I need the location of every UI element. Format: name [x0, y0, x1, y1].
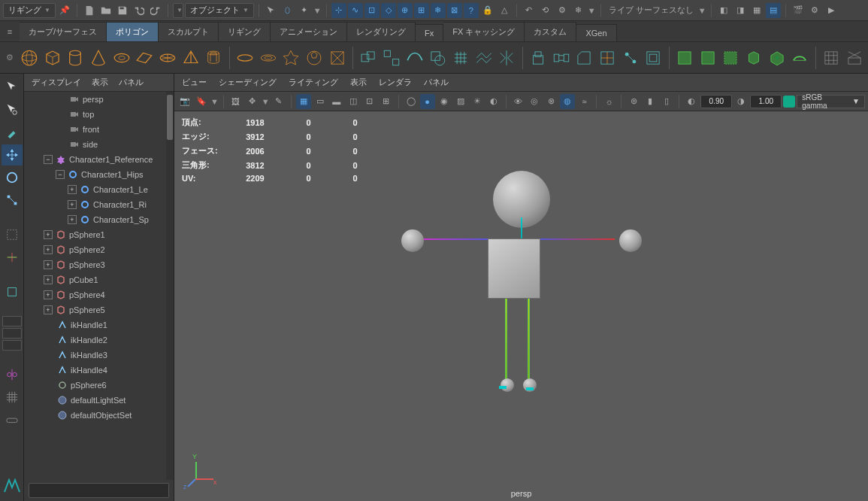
- outliner-cam-front[interactable]: front: [24, 122, 166, 137]
- snap-curve-icon[interactable]: ∿: [348, 3, 363, 18]
- vp-menu-panel[interactable]: パネル: [424, 77, 449, 88]
- vp-film-gate-icon[interactable]: ▭: [313, 94, 328, 109]
- shelf-tab-9[interactable]: XGen: [576, 24, 616, 41]
- sculpt-6-icon[interactable]: [789, 45, 811, 71]
- vp-near-clip-value[interactable]: 0.90: [700, 95, 732, 108]
- outliner-item-7[interactable]: ikHandle2: [24, 332, 166, 348]
- outliner-sp[interactable]: +Character1_Sp: [24, 212, 166, 227]
- vp-gate-mask-icon[interactable]: ▬: [329, 94, 344, 109]
- remesh-icon[interactable]: [473, 45, 494, 71]
- vp-xray-icon[interactable]: ◎: [528, 94, 543, 109]
- snap-center-icon[interactable]: ⊕: [398, 3, 413, 18]
- outliner-le[interactable]: +Character1_Le: [24, 182, 166, 197]
- paint-tool[interactable]: [2, 122, 23, 143]
- save-icon[interactable]: [115, 3, 130, 18]
- expander-icon[interactable]: +: [44, 275, 53, 284]
- expander-icon[interactable]: +: [44, 305, 53, 314]
- outliner-item-0[interactable]: +pSphere1: [24, 227, 166, 242]
- history-icon[interactable]: ↶: [522, 3, 537, 18]
- select-tool[interactable]: [2, 77, 23, 98]
- outliner-menu-show[interactable]: 表示: [92, 77, 108, 88]
- vp-wireframe-icon[interactable]: ◯: [404, 94, 419, 109]
- shelf-tab-8[interactable]: カスタム: [525, 22, 576, 41]
- outliner-hips[interactable]: −Character1_Hips: [24, 167, 166, 182]
- vp-2d-pan-icon[interactable]: ✥: [245, 94, 260, 109]
- shelf-tab-1[interactable]: ポリゴン: [107, 22, 159, 41]
- reduce-icon[interactable]: [450, 45, 472, 71]
- shelf-tab-3[interactable]: リギング: [219, 22, 271, 41]
- redo-icon[interactable]: [148, 3, 163, 18]
- outliner-filter-input[interactable]: [29, 483, 169, 498]
- vp-menu-shading[interactable]: シェーディング: [219, 77, 277, 88]
- expander-icon[interactable]: −: [44, 155, 53, 164]
- last-tool[interactable]: [2, 224, 23, 245]
- snap-tool[interactable]: [2, 281, 23, 302]
- render-icon[interactable]: 🎬: [791, 3, 806, 18]
- poly-disc-icon[interactable]: [157, 45, 179, 71]
- outliner-scrollbar[interactable]: [166, 92, 174, 480]
- snap-grid-icon[interactable]: ⊹: [331, 3, 346, 18]
- mirror-icon[interactable]: [496, 45, 518, 71]
- layout-2-icon[interactable]: ◨: [733, 3, 748, 18]
- outliner-menu-display[interactable]: ディスプレイ: [32, 77, 81, 88]
- snap-view-icon[interactable]: ⊞: [414, 3, 429, 18]
- vp-wire-shaded-icon[interactable]: ◉: [437, 94, 452, 109]
- move-tool[interactable]: [2, 144, 23, 165]
- show-manip-tool[interactable]: [2, 247, 23, 268]
- vp-shadows-icon[interactable]: ◐: [486, 94, 501, 109]
- vp-dof-icon[interactable]: ⊚: [626, 94, 641, 109]
- sculpt-4-icon[interactable]: [743, 45, 765, 71]
- outliner-item-12[interactable]: defaultObjectSet: [24, 408, 166, 423]
- shelf-tab-7[interactable]: FX キャッシング: [443, 22, 525, 41]
- outliner-item-9[interactable]: ikHandle4: [24, 363, 166, 378]
- scale-tool[interactable]: [2, 190, 23, 211]
- vp-menu-show[interactable]: 表示: [350, 77, 367, 88]
- expander-icon[interactable]: +: [68, 200, 77, 209]
- soccer-icon[interactable]: [304, 45, 325, 71]
- sculpt-1-icon[interactable]: [674, 45, 696, 71]
- bevel-icon[interactable]: [573, 45, 595, 71]
- vp-res-gate-icon[interactable]: ◫: [346, 94, 361, 109]
- outliner-item-6[interactable]: ikHandle1: [24, 317, 166, 332]
- snap-point-icon[interactable]: ⊡: [364, 3, 380, 18]
- vp-textured-icon[interactable]: ▨: [453, 94, 468, 109]
- separate-icon[interactable]: [381, 45, 403, 71]
- ipr-icon[interactable]: ▶: [824, 3, 839, 18]
- outliner-cam-persp[interactable]: persp: [24, 92, 166, 107]
- svg-icon[interactable]: [257, 45, 279, 71]
- outliner-item-1[interactable]: +pSphere2: [24, 242, 166, 257]
- soft-select-tool[interactable]: [2, 409, 23, 430]
- vp-ssao-icon[interactable]: ▮: [643, 94, 658, 109]
- select-tool-icon[interactable]: [264, 3, 279, 18]
- snap-plane-icon[interactable]: ◇: [381, 3, 396, 18]
- expander-icon[interactable]: −: [56, 170, 65, 179]
- outliner-item-11[interactable]: defaultLightSet: [24, 393, 166, 408]
- expander-icon[interactable]: +: [68, 185, 77, 194]
- poly-plane-icon[interactable]: [134, 45, 156, 71]
- poly-cube-icon[interactable]: [41, 45, 63, 71]
- outliner-item-10[interactable]: pSphere6: [24, 378, 166, 393]
- poly-cone-icon[interactable]: [88, 45, 110, 71]
- shelf-menu-icon[interactable]: ≡: [0, 21, 20, 41]
- render-settings-icon[interactable]: ⚙: [807, 3, 822, 18]
- outliner-item-5[interactable]: +pSphere5: [24, 302, 166, 317]
- expander-icon[interactable]: +: [44, 245, 53, 254]
- freeze-icon[interactable]: ❄: [571, 3, 586, 18]
- super-shape-icon[interactable]: [280, 45, 302, 71]
- vp-colorspace-dropdown[interactable]: sRGB gamma▼: [797, 95, 865, 108]
- vp-grease-icon[interactable]: ✎: [271, 94, 286, 109]
- outliner-item-8[interactable]: ikHandle3: [24, 348, 166, 363]
- layout-3-icon[interactable]: ▦: [749, 3, 764, 18]
- combine-icon[interactable]: [358, 45, 380, 71]
- vp-color-mgmt-toggle[interactable]: [783, 96, 795, 108]
- snap-toggle-icon[interactable]: ⊠: [447, 3, 462, 18]
- axis-x-toggle[interactable]: [2, 316, 22, 326]
- pin-icon[interactable]: 📌: [57, 3, 72, 18]
- lasso-icon[interactable]: ⬯: [280, 3, 295, 18]
- shelf-gear-icon[interactable]: ⚙: [3, 53, 17, 62]
- new-icon[interactable]: [82, 3, 97, 18]
- platonics-icon[interactable]: [326, 45, 348, 71]
- expander-icon[interactable]: +: [44, 290, 53, 299]
- vp-exposure-icon[interactable]: ☼: [601, 94, 616, 109]
- connect-icon[interactable]: [643, 45, 664, 71]
